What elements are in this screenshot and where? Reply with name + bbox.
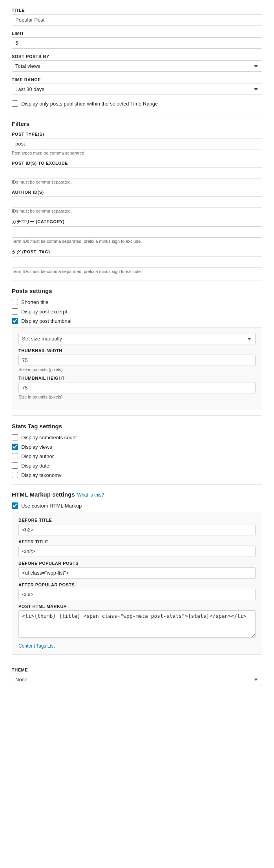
display-comments-label[interactable]: Display comments count xyxy=(21,435,77,440)
thumbnail-width-label: THUMBNAIL WIDTH xyxy=(18,348,256,353)
display-taxonomy-row: Display taxonomy xyxy=(12,472,262,478)
html-markup-box: BEFORE TITLE AFTER TITLE BEFORE POPULAR … xyxy=(12,512,262,655)
sort-label: SORT POSTS BY xyxy=(12,54,262,59)
after-popular-label: AFTER POPULAR POSTS xyxy=(18,582,256,587)
thumbnail-settings-box: Set size manually Small thumbnail Medium… xyxy=(12,327,262,409)
display-author-label[interactable]: Display author xyxy=(21,453,54,459)
author-ids-hint: IDs must be comma separated. xyxy=(12,209,262,213)
display-taxonomy-label[interactable]: Display taxonomy xyxy=(21,472,62,478)
use-custom-html-label[interactable]: Use custom HTML Markup xyxy=(21,503,82,509)
what-is-this-link[interactable]: What is this? xyxy=(77,492,104,498)
tag-input[interactable] xyxy=(12,257,262,268)
display-author-row: Display author xyxy=(12,453,262,459)
thumbnail-width-input[interactable] xyxy=(18,355,256,366)
before-title-label: BEFORE TITLE xyxy=(18,518,256,522)
posts-settings-title: Posts settings xyxy=(12,288,262,294)
divider-theme xyxy=(12,661,262,661)
stats-section-title: Stats Tag settings xyxy=(12,423,262,429)
time-range-checkbox-label[interactable]: Display only posts published within the … xyxy=(21,101,158,107)
time-range-group: TIME RANGE Last 30 days Last 7 days Last… xyxy=(12,77,262,95)
display-author-checkbox[interactable] xyxy=(12,453,18,459)
display-date-checkbox[interactable] xyxy=(12,462,18,469)
time-range-label: TIME RANGE xyxy=(12,77,262,82)
set-size-select[interactable]: Set size manually Small thumbnail Medium… xyxy=(18,333,256,344)
post-types-group: POST TYPE(S) Post types must be comma se… xyxy=(12,132,262,155)
display-thumbnail-label[interactable]: Display post thumbnail xyxy=(21,318,73,324)
post-html-label: POST HTML MARKUP xyxy=(18,604,256,609)
use-custom-html-checkbox[interactable] xyxy=(12,502,18,509)
title-label: TITLE xyxy=(12,8,262,13)
display-excerpt-label[interactable]: Display post excerpt xyxy=(21,309,67,315)
post-ids-input[interactable] xyxy=(12,167,262,178)
title-input[interactable] xyxy=(12,14,262,25)
category-hint: Term IDs must be comma separated, prefix… xyxy=(12,239,262,244)
thumbnail-height-input[interactable] xyxy=(18,382,256,393)
display-date-row: Display date xyxy=(12,462,262,469)
display-views-checkbox[interactable] xyxy=(12,444,18,450)
before-popular-input[interactable] xyxy=(18,567,256,579)
after-popular-input[interactable] xyxy=(18,589,256,600)
set-size-group: Set size manually Small thumbnail Medium… xyxy=(18,333,256,344)
thumbnail-height-label: THUMBNAIL HEIGHT xyxy=(18,376,256,380)
display-taxonomy-checkbox[interactable] xyxy=(12,472,18,478)
post-types-label: POST TYPE(S) xyxy=(12,132,262,136)
thumbnail-width-group: THUMBNAIL WIDTH Size in px units (pixels… xyxy=(18,348,256,372)
display-thumbnail-row: Display post thumbnail xyxy=(12,318,262,324)
sort-select[interactable]: Total views Comment count Avg. daily vie… xyxy=(12,60,262,72)
after-title-label: AFTER TITLE xyxy=(18,539,256,544)
theme-label: THEME xyxy=(12,668,262,672)
post-html-group: POST HTML MARKUP <li>{thumb} {title} <sp… xyxy=(18,604,256,639)
divider-posts-settings xyxy=(12,280,262,280)
display-excerpt-row: Display post excerpt xyxy=(12,308,262,315)
post-types-input[interactable] xyxy=(12,138,262,149)
content-tags-link[interactable]: Content Tags List xyxy=(18,643,55,649)
category-label: カテゴリー (CATEGORY) xyxy=(12,219,262,225)
title-group: TITLE xyxy=(12,8,262,25)
category-input[interactable] xyxy=(12,226,262,238)
theme-select[interactable]: None Cardview Midnight Sunrise xyxy=(12,674,262,685)
before-popular-group: BEFORE POPULAR POSTS xyxy=(18,561,256,579)
after-title-group: AFTER TITLE xyxy=(18,539,256,557)
time-range-checkbox-row: Display only posts published within the … xyxy=(12,100,262,107)
post-html-textarea[interactable]: <li>{thumb} {title} <span class="wpp-met… xyxy=(18,610,256,638)
before-popular-label: BEFORE POPULAR POSTS xyxy=(18,561,256,566)
tag-group: タグ (POST_TAG) Term IDs must be comma sep… xyxy=(12,249,262,274)
shorten-title-label[interactable]: Shorten title xyxy=(21,299,48,305)
limit-group: LIMIT xyxy=(12,31,262,49)
display-comments-checkbox[interactable] xyxy=(12,434,18,440)
author-ids-label: AUTHOR ID(S) xyxy=(12,190,262,195)
sort-group: SORT POSTS BY Total views Comment count … xyxy=(12,54,262,72)
post-ids-label: POST ID(S) TO EXCLUDE xyxy=(12,161,262,166)
shorten-title-row: Shorten title xyxy=(12,299,262,305)
time-range-select[interactable]: Last 30 days Last 7 days Last 24 hours A… xyxy=(12,84,262,95)
limit-input[interactable] xyxy=(12,37,262,49)
post-ids-hint: IDs must be comma separated. xyxy=(12,180,262,184)
tag-label: タグ (POST_TAG) xyxy=(12,249,262,255)
after-popular-group: AFTER POPULAR POSTS xyxy=(18,582,256,600)
use-custom-html-row: Use custom HTML Markup xyxy=(12,502,262,509)
display-date-label[interactable]: Display date xyxy=(21,463,49,469)
html-markup-title: HTML Markup settings xyxy=(12,491,75,498)
before-title-group: BEFORE TITLE xyxy=(18,518,256,535)
filters-section-title: Filters xyxy=(12,120,262,127)
time-range-checkbox[interactable] xyxy=(12,100,18,107)
before-title-input[interactable] xyxy=(18,524,256,535)
divider-filters xyxy=(12,113,262,113)
after-title-input[interactable] xyxy=(18,546,256,557)
thumbnail-width-hint: Size in px units (pixels) xyxy=(18,367,256,372)
shorten-title-checkbox[interactable] xyxy=(12,299,18,305)
post-types-hint: Post types must be comma separated. xyxy=(12,151,262,155)
divider-html xyxy=(12,484,262,485)
display-thumbnail-checkbox[interactable] xyxy=(12,318,18,324)
tag-hint: Term IDs must be comma separated, prefix… xyxy=(12,269,262,274)
display-comments-row: Display comments count xyxy=(12,434,262,440)
limit-label: LIMIT xyxy=(12,31,262,36)
theme-group: THEME None Cardview Midnight Sunrise xyxy=(12,668,262,685)
thumbnail-height-group: THUMBNAIL HEIGHT Size in px units (pixel… xyxy=(18,376,256,399)
author-ids-input[interactable] xyxy=(12,196,262,207)
display-views-row: Display views xyxy=(12,444,262,450)
display-excerpt-checkbox[interactable] xyxy=(12,308,18,315)
post-ids-group: POST ID(S) TO EXCLUDE IDs must be comma … xyxy=(12,161,262,184)
author-ids-group: AUTHOR ID(S) IDs must be comma separated… xyxy=(12,190,262,213)
display-views-label[interactable]: Display views xyxy=(21,444,52,450)
